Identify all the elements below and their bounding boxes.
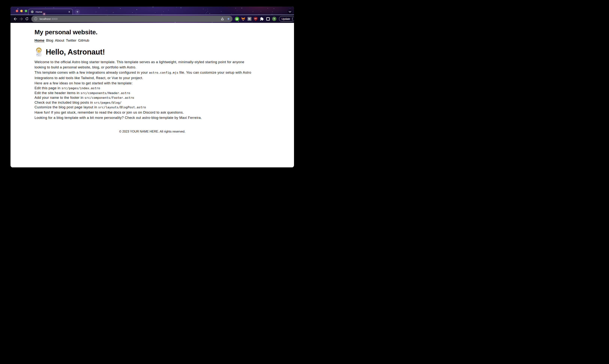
text-segment: Customize the blog post page layout in	[35, 105, 98, 109]
nav-link-home[interactable]: Home	[35, 39, 44, 42]
chevron-down-icon	[289, 11, 291, 13]
m-extension-label: M	[248, 17, 252, 21]
tab-search-button[interactable]	[287, 9, 292, 14]
globe-icon	[31, 10, 34, 13]
text-segment: Welcome to the official Astro blog start…	[35, 60, 244, 69]
text-line: Edit this page in src/pages/index.astro	[35, 86, 294, 91]
url-text: localhost:3000	[40, 17, 218, 20]
inline-code: src/components/Footer.astro	[84, 96, 134, 100]
extensions-row: M uO Y Update	[235, 16, 294, 22]
text-line: Customize the blog post page layout in s…	[35, 105, 294, 110]
address-bar[interactable]: localhost:3000 ★	[31, 16, 233, 22]
desktop: { "browser": { "window_controls": {"clos…	[0, 0, 304, 182]
site-nav: HomeBlogAboutTwitterGitHub	[35, 39, 294, 42]
idea-list: Edit this page in src/pages/index.astroE…	[35, 86, 294, 110]
site-title: My personal website.	[35, 28, 294, 36]
side-panel-icon[interactable]	[266, 17, 270, 21]
text-line: Add your name to the footer in src/compo…	[35, 95, 294, 100]
back-arrow-icon	[14, 17, 17, 20]
text-segment: Have fun! If you get stuck, remember to …	[35, 110, 184, 114]
tab-strip: Home ✕ +	[11, 7, 294, 15]
url-host: localhost	[40, 17, 51, 20]
intro-paragraphs: Welcome to the official Astro blog start…	[35, 59, 294, 86]
browser-tab-home[interactable]: Home ✕	[28, 9, 73, 15]
close-button[interactable]	[16, 10, 18, 12]
pink-star-decoration	[44, 13, 45, 14]
reload-icon	[25, 17, 28, 20]
nav-link-github[interactable]: GitHub	[78, 39, 89, 42]
new-tab-button[interactable]: +	[75, 9, 80, 14]
bookmark-star-icon[interactable]: ★	[227, 17, 230, 20]
text-line: Edit the site header items in src/compon…	[35, 91, 294, 96]
page-content: My personal website. HomeBlogAboutTwitte…	[11, 23, 294, 167]
inline-code: astro.config.mjs	[149, 71, 178, 74]
kebab-menu-icon[interactable]	[292, 17, 293, 21]
close-tab-icon[interactable]: ✕	[68, 11, 71, 13]
thumbs-up-extension-icon[interactable]	[235, 17, 239, 21]
text-segment: Looking for a blog template with a bit m…	[35, 116, 202, 120]
text-line: Have fun! If you get stuck, remember to …	[35, 110, 262, 115]
closing-paragraphs: Have fun! If you get stuck, remember to …	[35, 110, 294, 120]
hero-heading-row: Hello, Astronaut!	[35, 47, 294, 56]
browser-window: Home ✕ + localhost:3000 ★	[11, 7, 294, 167]
url-port: :3000	[51, 17, 58, 20]
inline-code: src/layouts/BlogPost.astro	[98, 105, 146, 109]
m-extension-icon[interactable]: M	[247, 17, 252, 21]
share-icon	[221, 17, 224, 21]
nav-link-about[interactable]: About	[55, 39, 64, 42]
forward-button[interactable]	[18, 16, 24, 22]
text-segment: Add your name to the footer in	[35, 96, 84, 100]
update-label: Update	[282, 17, 290, 20]
update-button[interactable]: Update	[279, 16, 294, 22]
text-line: This template comes with a few integrati…	[35, 70, 262, 81]
text-segment: Here are a few ideas on how to get start…	[35, 81, 132, 85]
window-controls	[16, 10, 27, 12]
back-button[interactable]	[12, 16, 18, 22]
page-footer: © 2023 YOUR NAME HERE. All rights reserv…	[11, 130, 294, 133]
minimize-button[interactable]	[20, 10, 23, 12]
profile-avatar[interactable]: Y	[272, 17, 276, 21]
forward-arrow-icon	[19, 17, 23, 20]
nav-link-blog[interactable]: Blog	[46, 39, 53, 42]
reload-button[interactable]	[24, 16, 30, 22]
ublock-label: uO	[254, 17, 258, 21]
inline-code: src/components/Header.astro	[80, 91, 130, 95]
metamask-fox-icon[interactable]	[241, 17, 245, 21]
inline-code: src/pages/index.astro	[62, 86, 100, 90]
zoom-button[interactable]	[25, 10, 27, 12]
text-segment: Edit this page in	[35, 86, 62, 90]
astronaut-emoji	[35, 47, 43, 56]
extensions-puzzle-icon[interactable]	[260, 17, 264, 21]
ublock-shield-icon[interactable]: uO	[253, 17, 258, 21]
text-line: Welcome to the official Astro blog start…	[35, 59, 262, 70]
text-segment: Edit the site header items in	[35, 91, 80, 95]
share-button[interactable]	[221, 17, 224, 21]
text-segment: Check out the included blog posts in	[35, 101, 94, 104]
text-segment: This template comes with a few integrati…	[35, 70, 149, 74]
tab-title: Home	[36, 11, 68, 13]
nav-link-twitter[interactable]: Twitter	[66, 39, 76, 42]
browser-toolbar: localhost:3000 ★ M uO	[11, 15, 294, 23]
site-info-icon[interactable]	[34, 17, 37, 20]
text-line: Here are a few ideas on how to get start…	[35, 81, 262, 86]
text-line: Looking for a blog template with a bit m…	[35, 115, 262, 120]
hero-heading: Hello, Astronaut!	[46, 48, 105, 56]
inline-code: src/pages/blog/	[94, 101, 121, 104]
text-line: Check out the included blog posts in src…	[35, 100, 294, 105]
